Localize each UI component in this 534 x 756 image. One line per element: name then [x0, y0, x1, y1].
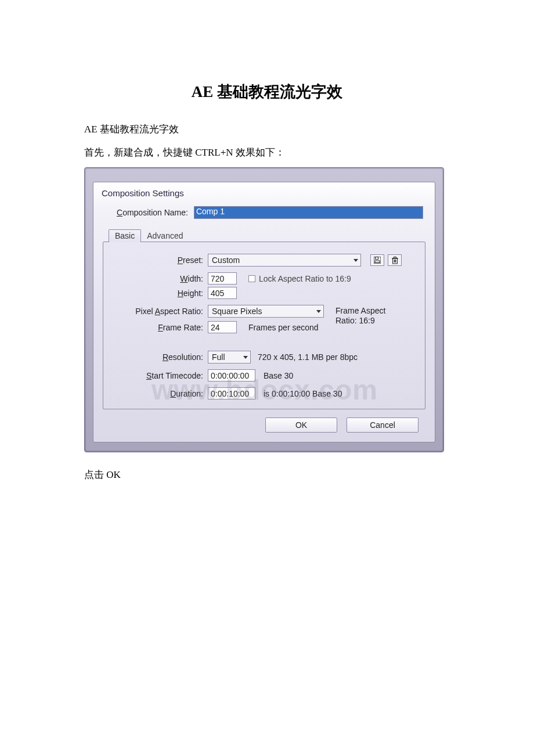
cancel-button[interactable]: Cancel	[347, 417, 418, 433]
start-timecode-input[interactable]	[208, 369, 255, 381]
document-title: AE 基础教程流光字效	[84, 81, 450, 102]
height-label: Height:	[111, 289, 208, 298]
svg-rect-2	[375, 261, 380, 263]
chevron-down-icon	[316, 310, 321, 313]
basic-tab-content: Preset: Custom Width:	[103, 242, 425, 409]
resolution-dropdown[interactable]: Full	[208, 351, 251, 363]
preset-dropdown[interactable]: Custom	[208, 254, 361, 267]
dialog-title: Composition Settings	[93, 182, 435, 206]
delete-preset-button[interactable]	[388, 254, 402, 266]
frame-rate-suffix: Frames per second	[248, 323, 319, 332]
tab-advanced[interactable]: Advanced	[141, 230, 189, 242]
frame-aspect-info: Frame Aspect Ratio: 16:9	[335, 307, 385, 315]
chevron-down-icon	[243, 356, 248, 359]
paragraph-3: 点击 OK	[84, 465, 450, 485]
composition-name-input[interactable]: Comp 1	[194, 206, 423, 219]
tab-basic[interactable]: Basic	[109, 229, 141, 242]
preset-label: Preset:	[111, 255, 208, 265]
width-input[interactable]	[208, 272, 237, 285]
save-preset-button[interactable]	[370, 254, 384, 266]
resolution-label: Resolution:	[111, 352, 208, 362]
frame-rate-label: Frame Rate:	[111, 323, 208, 332]
start-timecode-suffix: Base 30	[264, 371, 293, 380]
paragraph-2: 首先，新建合成，快捷键 CTRL+N 效果如下：	[84, 143, 450, 163]
pixel-aspect-dropdown[interactable]: Square Pixels	[208, 305, 324, 318]
start-timecode-label: Start Timecode:	[111, 371, 208, 380]
resolution-info: 720 x 405, 1.1 MB per 8bpc	[258, 352, 358, 362]
preset-value: Custom	[212, 255, 240, 265]
width-label: Width:	[111, 274, 208, 283]
trash-icon	[392, 257, 398, 264]
duration-input[interactable]	[208, 387, 255, 399]
duration-suffix: is 0:00:10:00 Base 30	[264, 389, 342, 398]
composition-name-label: Composition Name:	[117, 208, 188, 217]
resolution-value: Full	[212, 352, 225, 362]
paragraph-1: AE 基础教程流光字效	[84, 120, 450, 139]
lock-aspect-label: Lock Aspect Ratio to 16:9	[259, 274, 351, 283]
save-icon	[374, 257, 381, 264]
composition-settings-dialog: www.bdocx.com Composition Settings Compo…	[84, 167, 444, 452]
lock-aspect-checkbox[interactable]	[248, 275, 255, 282]
pixel-aspect-value: Square Pixels	[212, 307, 262, 316]
pixel-aspect-label: Pixel Aspect Ratio:	[111, 307, 208, 316]
duration-label: Duration:	[111, 389, 208, 398]
ok-button[interactable]: OK	[265, 417, 337, 433]
svg-rect-5	[394, 257, 396, 258]
svg-rect-1	[376, 257, 378, 260]
chevron-down-icon	[353, 259, 358, 262]
height-input[interactable]	[208, 287, 237, 299]
frame-rate-input[interactable]	[208, 321, 237, 333]
